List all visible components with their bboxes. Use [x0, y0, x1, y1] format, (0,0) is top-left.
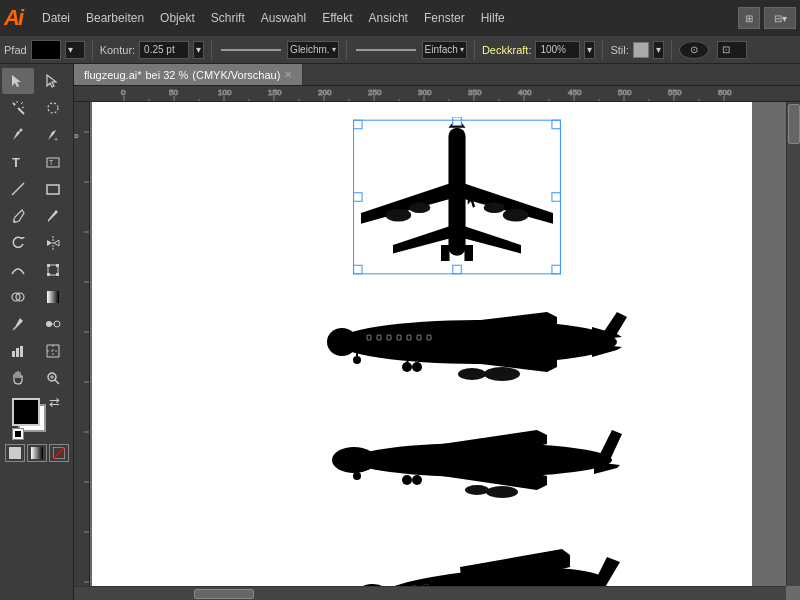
- color-swatches: ⇄: [12, 398, 62, 440]
- tab-bar: flugzeug.ai* bei 32 % (CMYK/Vorschau) ✕: [74, 64, 800, 86]
- menu-fenster[interactable]: Fenster: [416, 7, 473, 29]
- fg-color-swatch[interactable]: [12, 398, 40, 426]
- scroll-thumb-horizontal[interactable]: [194, 589, 254, 599]
- svg-point-101: [484, 202, 505, 213]
- tool-reflect[interactable]: [37, 230, 69, 256]
- scroll-thumb-vertical[interactable]: [788, 104, 800, 144]
- tool-paintbrush[interactable]: [2, 203, 34, 229]
- tool-gradient[interactable]: [37, 284, 69, 310]
- tool-hand[interactable]: [2, 365, 34, 391]
- tool-blend[interactable]: [37, 311, 69, 337]
- tool-warp[interactable]: [2, 257, 34, 283]
- tool-rect[interactable]: [37, 176, 69, 202]
- svg-point-132: [353, 356, 361, 364]
- opacity-label: Deckkraft:: [482, 44, 532, 56]
- svg-rect-103: [464, 245, 473, 261]
- menu-effekt[interactable]: Effekt: [314, 7, 360, 29]
- workspace-icon[interactable]: ⊞: [738, 7, 760, 29]
- scrollbar-horizontal[interactable]: [74, 586, 786, 600]
- svg-rect-105: [453, 117, 462, 126]
- stroke-label: Kontur:: [100, 44, 135, 56]
- color-mode-gradient[interactable]: [27, 444, 47, 462]
- svg-marker-17: [54, 240, 59, 246]
- arrange-icon[interactable]: ⊟▾: [764, 7, 796, 29]
- ruler-vertical: 0: [74, 102, 90, 600]
- svg-marker-148: [592, 557, 620, 589]
- svg-point-144: [412, 475, 422, 485]
- svg-text:150: 150: [268, 88, 282, 97]
- svg-rect-108: [552, 193, 561, 202]
- tool-chart[interactable]: [2, 338, 34, 364]
- tool-pencil[interactable]: [37, 203, 69, 229]
- svg-rect-106: [552, 120, 561, 129]
- menu-objekt[interactable]: Objekt: [152, 7, 203, 29]
- svg-point-130: [402, 362, 412, 372]
- tool-pen[interactable]: [2, 122, 34, 148]
- tool-eyedropper[interactable]: [2, 311, 34, 337]
- tool-direct-selection[interactable]: [37, 68, 69, 94]
- svg-text:200: 200: [318, 88, 332, 97]
- tool-type[interactable]: T: [2, 149, 34, 175]
- tab-filename: flugzeug.ai*: [84, 69, 142, 81]
- tool-lasso[interactable]: [37, 95, 69, 121]
- svg-rect-33: [20, 346, 23, 357]
- panel-toggle[interactable]: ⊡: [717, 41, 747, 59]
- reset-colors-icon[interactable]: [12, 428, 24, 440]
- line-style-1-dropdown[interactable]: Gleichm.▾: [287, 41, 338, 59]
- menu-schrift[interactable]: Schrift: [203, 7, 253, 29]
- svg-rect-32: [16, 348, 19, 357]
- document-tab[interactable]: flugzeug.ai* bei 32 % (CMYK/Vorschau) ✕: [74, 64, 303, 85]
- style-swatch[interactable]: [633, 42, 649, 58]
- color-mode-fill[interactable]: [5, 444, 25, 462]
- extra-icon[interactable]: ⊙: [679, 41, 709, 59]
- tab-close-button[interactable]: ✕: [284, 69, 292, 80]
- tool-magic-wand[interactable]: [2, 95, 34, 121]
- swap-colors-icon[interactable]: ⇄: [49, 395, 60, 410]
- svg-line-0: [18, 108, 24, 114]
- tab-zoom: bei 32 %: [146, 69, 189, 81]
- menu-ansicht[interactable]: Ansicht: [361, 7, 416, 29]
- menu-datei[interactable]: Datei: [34, 7, 78, 29]
- tool-selection[interactable]: [2, 68, 34, 94]
- svg-point-136: [332, 447, 376, 473]
- svg-point-28: [46, 321, 52, 327]
- svg-marker-117: [592, 344, 622, 357]
- tool-rotate[interactable]: [2, 230, 34, 256]
- fill-dropdown[interactable]: ▾: [65, 41, 85, 59]
- line-style-2-dropdown[interactable]: Einfach▾: [422, 41, 467, 59]
- opacity-dropdown[interactable]: ▾: [584, 41, 595, 59]
- airplane-2: [312, 302, 642, 392]
- opacity-value[interactable]: 100%: [535, 41, 580, 59]
- svg-point-142: [465, 485, 489, 495]
- svg-point-143: [402, 475, 412, 485]
- tool-add-anchor[interactable]: +: [37, 122, 69, 148]
- airplane-1-selected[interactable]: [322, 117, 592, 277]
- svg-marker-1: [12, 102, 16, 106]
- scrollbar-vertical[interactable]: [786, 102, 800, 586]
- svg-rect-12: [47, 185, 59, 194]
- svg-marker-137: [597, 430, 622, 460]
- color-mode-none[interactable]: [49, 444, 69, 462]
- tool-line[interactable]: [2, 176, 34, 202]
- stroke-dropdown[interactable]: ▾: [193, 41, 204, 59]
- svg-rect-21: [47, 273, 50, 276]
- tool-area-type[interactable]: T: [37, 149, 69, 175]
- svg-rect-40: [31, 447, 43, 459]
- svg-point-145: [353, 472, 361, 480]
- menu-hilfe[interactable]: Hilfe: [473, 7, 513, 29]
- svg-text:400: 400: [518, 88, 532, 97]
- fill-swatch[interactable]: [31, 40, 61, 60]
- menu-auswahl[interactable]: Auswahl: [253, 7, 314, 29]
- style-dropdown[interactable]: ▾: [653, 41, 664, 59]
- tool-free-transform[interactable]: [37, 257, 69, 283]
- stroke-value[interactable]: 0.25 pt: [139, 41, 189, 59]
- svg-text:T: T: [12, 155, 20, 170]
- svg-text:450: 450: [568, 88, 582, 97]
- menu-bearbeiten[interactable]: Bearbeiten: [78, 7, 152, 29]
- tool-zoom[interactable]: [37, 365, 69, 391]
- tool-slice[interactable]: [37, 338, 69, 364]
- svg-point-131: [412, 362, 422, 372]
- tool-shape-builder[interactable]: +: [2, 284, 34, 310]
- svg-point-99: [503, 209, 529, 222]
- svg-line-4: [22, 107, 24, 108]
